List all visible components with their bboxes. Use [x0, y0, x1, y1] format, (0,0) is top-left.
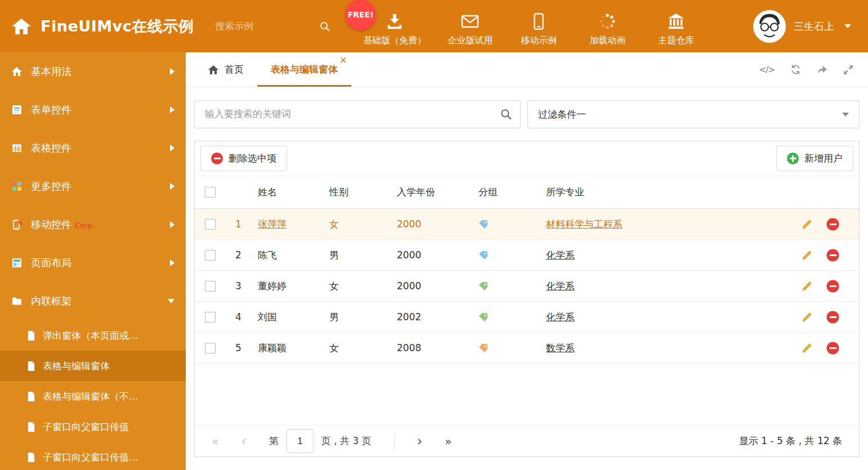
divider — [394, 433, 395, 449]
top-header: FineUIMvc在线示例 FREE! 基础版（免费） 企业版试用 移动示例 — [0, 0, 868, 52]
tab-grid-edit-window[interactable]: 表格与编辑窗体 — [257, 52, 351, 87]
search-icon[interactable] — [319, 21, 330, 32]
sidebar: 基本用法 表单控件 表格控件 更多控件 移动控件 Corp. 页面布局 内联框架 — [0, 52, 186, 470]
sidebar-item-form-controls[interactable]: 表单控件 — [0, 91, 186, 129]
row-checkbox[interactable] — [205, 250, 216, 261]
sidebar-item-more-controls[interactable]: 更多控件 — [0, 167, 186, 205]
table-row[interactable]: 2 陈飞 男 2000 化学系 — [195, 240, 859, 271]
student-name-link[interactable]: 康颖颖 — [258, 342, 287, 355]
header-search-input[interactable] — [215, 21, 299, 32]
student-name-link[interactable]: 董婷婷 — [258, 280, 287, 293]
delete-icon[interactable] — [826, 249, 839, 261]
major-link[interactable]: 化学系 — [546, 280, 575, 293]
sidebar-subitem-child-to-parent[interactable]: 子窗口向父窗口传值 — [0, 411, 186, 442]
col-group: 分组 — [476, 186, 544, 199]
nav-item-enterprise-trial[interactable]: 企业版试用 — [440, 6, 500, 47]
major-link[interactable]: 化学系 — [546, 311, 575, 324]
last-page-button[interactable] — [445, 436, 451, 447]
year-cell: 2000 — [395, 249, 476, 261]
minus-circle-icon — [211, 153, 223, 164]
gender-cell: 女 — [327, 280, 395, 293]
row-checkbox[interactable] — [205, 343, 216, 353]
gender-cell: 女 — [327, 218, 395, 231]
sidebar-subitem-child-to-parent-alt[interactable]: 子窗口向父窗口传值... — [0, 442, 186, 470]
table-row[interactable]: 4 刘国 男 2002 化学系 — [195, 302, 859, 333]
source-code-icon[interactable] — [759, 65, 775, 75]
tab-home[interactable]: 首页 — [194, 52, 257, 87]
row-number: 3 — [226, 280, 251, 292]
sidebar-item-mobile-controls[interactable]: 移动控件 Corp. — [0, 205, 186, 244]
table-row[interactable]: 5 康颖颖 女 2008 数学系 — [195, 333, 859, 364]
nav-item-label: 企业版试用 — [448, 35, 493, 47]
download-icon — [386, 13, 403, 30]
major-link[interactable]: 材料科学与工程系 — [546, 218, 623, 231]
sidebar-subitem-popup-window[interactable]: 弹出窗体（本页面或... — [0, 320, 186, 351]
edit-icon[interactable] — [802, 219, 812, 230]
table-row[interactable]: 1 张萍萍 女 2000 材料科学与工程系 — [195, 209, 859, 240]
refresh-icon[interactable] — [790, 64, 801, 75]
delete-selected-button[interactable]: 删除选中项 — [200, 146, 287, 171]
page-icon — [27, 391, 35, 402]
student-name-link[interactable]: 陈飞 — [258, 249, 277, 262]
edit-icon[interactable] — [802, 343, 812, 353]
chevron-right-icon — [170, 259, 175, 266]
sidebar-subitem-grid-edit-window-alt[interactable]: 表格与编辑窗体（不... — [0, 381, 186, 411]
table-row[interactable]: 3 董婷婷 女 2000 化学系 — [195, 271, 859, 302]
sidebar-subitem-label: 表格与编辑窗体 — [43, 360, 110, 373]
filter-dropdown[interactable]: 过滤条件一 — [527, 100, 860, 128]
pagination-bar: 第 页 , 共 3 页 显示 1 - 5 条 , 共 12 条 — [195, 425, 859, 456]
page-number-input[interactable] — [287, 429, 314, 453]
expand-icon[interactable] — [843, 65, 853, 75]
delete-icon[interactable] — [826, 218, 839, 230]
close-icon[interactable] — [339, 56, 347, 65]
folder-icon — [11, 296, 23, 307]
student-name-link[interactable]: 张萍萍 — [258, 218, 287, 231]
edit-icon[interactable] — [802, 281, 812, 292]
edit-icon[interactable] — [802, 250, 812, 261]
select-all-checkbox[interactable] — [205, 187, 216, 198]
nav-item-loading-animation[interactable]: 加载动画 — [577, 6, 638, 47]
col-major: 所学专业 — [544, 186, 797, 199]
first-page-button[interactable] — [212, 436, 218, 447]
edit-icon[interactable] — [802, 312, 812, 323]
search-icon[interactable] — [500, 108, 512, 120]
keyword-search-input[interactable] — [196, 109, 500, 120]
nav-item-mobile-demo[interactable]: 移动示例 — [508, 6, 569, 47]
gender-cell: 男 — [327, 311, 395, 324]
tab-label: 表格与编辑窗体 — [271, 63, 338, 76]
year-cell: 2000 — [395, 280, 476, 292]
page-label-prefix: 第 — [269, 435, 279, 447]
sidebar-item-label: 更多控件 — [31, 180, 71, 193]
row-number: 4 — [226, 311, 251, 323]
nav-item-label: 移动示例 — [521, 35, 557, 47]
group-tag-icon — [478, 220, 488, 229]
sidebar-subitem-grid-edit-window[interactable]: 表格与编辑窗体 — [0, 351, 186, 381]
delete-icon[interactable] — [826, 342, 839, 354]
major-link[interactable]: 数学系 — [546, 342, 575, 355]
sidebar-item-page-layout[interactable]: 页面布局 — [0, 244, 186, 282]
add-user-button[interactable]: 新增用户 — [776, 146, 853, 171]
delete-icon[interactable] — [826, 280, 839, 292]
row-checkbox[interactable] — [205, 281, 216, 292]
share-icon[interactable] — [817, 65, 827, 74]
row-checkbox[interactable] — [205, 219, 216, 230]
row-checkbox[interactable] — [205, 312, 216, 323]
group-tag-icon — [478, 281, 488, 291]
nav-item-theme-repo[interactable]: 主题仓库 — [646, 6, 706, 47]
header-search[interactable] — [215, 21, 330, 32]
sidebar-item-basic-usage[interactable]: 基本用法 — [0, 52, 186, 91]
prev-page-button[interactable] — [241, 435, 247, 448]
major-link[interactable]: 化学系 — [546, 249, 575, 262]
group-tag-icon — [478, 250, 488, 260]
next-page-button[interactable] — [417, 435, 423, 448]
year-cell: 2008 — [395, 342, 476, 353]
sidebar-item-inline-frame[interactable]: 内联框架 — [0, 282, 186, 320]
brand[interactable]: FineUIMvc在线示例 — [0, 16, 194, 37]
student-name-link[interactable]: 刘国 — [258, 311, 277, 324]
sidebar-item-table-controls[interactable]: 表格控件 — [0, 129, 186, 167]
sidebar-subitem-label: 子窗口向父窗口传值 — [43, 420, 129, 433]
nav-item-basic-free[interactable]: FREE! 基础版（免费） — [357, 6, 432, 47]
user-menu[interactable]: 三生石上 — [753, 10, 868, 43]
delete-icon[interactable] — [826, 311, 839, 323]
home-icon — [11, 17, 32, 35]
